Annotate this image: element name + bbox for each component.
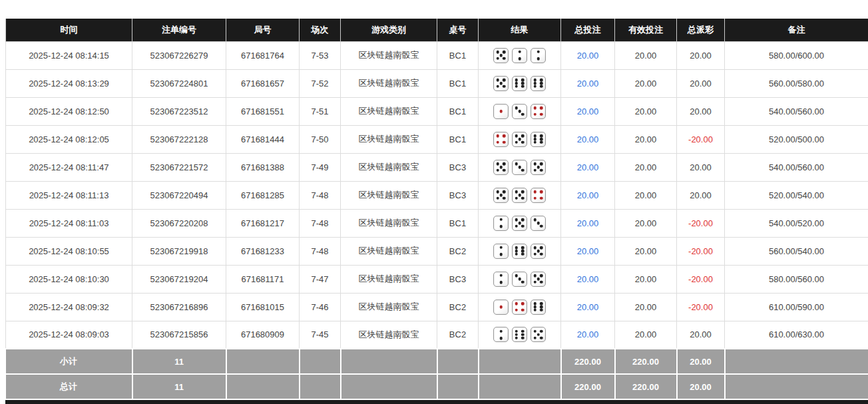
col-header-remark: 备注 [725, 19, 868, 41]
cell-valid_bet: 20.00 [615, 321, 677, 349]
cell-table_no: BC1 [437, 209, 479, 237]
cell-bet_id: 523067222128 [132, 125, 226, 153]
die-2-icon [493, 244, 509, 259]
cell-game: 区块链越南骰宝 [341, 181, 437, 209]
cell-round_id: 671681657 [226, 69, 300, 97]
dice-result-icons [479, 188, 560, 203]
cell-time: 2025-12-24 08:12:05 [6, 125, 132, 153]
cell-remark: 580.00/560.00 [725, 265, 868, 293]
die-6-icon [531, 132, 546, 147]
cell-valid_bet: 20.00 [615, 125, 677, 153]
cell-total_bet[interactable]: 20.00 [561, 265, 615, 293]
cell-payout: 20.00 [677, 181, 725, 209]
cell-game: 区块链越南骰宝 [341, 153, 437, 181]
footer-cell-remark [725, 374, 868, 399]
cell-result [479, 181, 561, 209]
col-header-table_no: 桌号 [437, 19, 479, 41]
cell-session: 7-48 [300, 209, 341, 237]
cell-table_no: BC1 [437, 41, 479, 69]
col-header-round_id: 局号 [226, 19, 300, 41]
grand-total-row: 总计11220.00220.0020.00 [6, 374, 868, 399]
cell-bet_id: 523067223512 [132, 97, 226, 125]
table-row: 2025-12-24 08:09:32523067216896671681015… [6, 293, 868, 321]
cell-time: 2025-12-24 08:11:03 [6, 209, 132, 237]
footer-cell-result [479, 374, 561, 399]
cell-game: 区块链越南骰宝 [341, 265, 437, 293]
die-6-icon [512, 327, 527, 342]
die-5-icon [531, 160, 546, 175]
cell-total_bet[interactable]: 20.00 [561, 125, 615, 153]
cell-bet_id: 523067221572 [132, 153, 226, 181]
cell-round_id: 671680909 [226, 321, 300, 349]
dice-result-icons [479, 216, 560, 231]
cell-bet_id: 523067216896 [132, 293, 226, 321]
dice-result-icons [479, 76, 560, 91]
cell-result [479, 265, 561, 293]
cell-total_bet[interactable]: 20.00 [561, 321, 615, 349]
die-5-icon [512, 216, 527, 231]
cell-payout: 20.00 [677, 321, 725, 349]
cell-payout: 20.00 [677, 41, 725, 69]
footer-cell-session [300, 374, 341, 399]
dice-result-icons [479, 272, 560, 287]
cell-total_bet[interactable]: 20.00 [561, 293, 615, 321]
footer-cell-total_bet: 220.00 [561, 349, 615, 374]
cell-session: 7-49 [300, 153, 341, 181]
cell-time: 2025-12-24 08:14:15 [6, 41, 132, 69]
die-5-icon [531, 272, 546, 287]
cell-time: 2025-12-24 08:11:13 [6, 181, 132, 209]
cell-valid_bet: 20.00 [615, 41, 677, 69]
cell-total_bet[interactable]: 20.00 [561, 181, 615, 209]
table-row: 2025-12-24 08:14:15523067226279671681764… [6, 41, 868, 69]
table-row: 2025-12-24 08:10:55523067219918671681233… [6, 237, 868, 265]
cell-payout: -20.00 [677, 265, 725, 293]
cell-total_bet[interactable]: 20.00 [561, 41, 615, 69]
betting-records-page: 时间注单编号局号场次游戏类别桌号结果总投注有效投注总派彩备注 2025-12-2… [0, 0, 868, 404]
cell-round_id: 671681285 [226, 181, 300, 209]
cell-total_bet[interactable]: 20.00 [561, 153, 615, 181]
cell-result [479, 125, 561, 153]
cell-round_id: 671681764 [226, 41, 300, 69]
cell-game: 区块链越南骰宝 [341, 69, 437, 97]
cell-game: 区块链越南骰宝 [341, 125, 437, 153]
cell-game: 区块链越南骰宝 [341, 209, 437, 237]
cell-bet_id: 523067219204 [132, 265, 226, 293]
table-row: 2025-12-24 08:10:30523067219204671681171… [6, 265, 868, 293]
cell-session: 7-48 [300, 181, 341, 209]
cell-valid_bet: 20.00 [615, 69, 677, 97]
cell-total_bet[interactable]: 20.00 [561, 209, 615, 237]
footer-cell-payout: 20.00 [677, 349, 725, 374]
cell-remark: 580.00/600.00 [725, 41, 868, 69]
footer-cell-result [479, 349, 561, 374]
cell-total_bet[interactable]: 20.00 [561, 237, 615, 265]
cell-payout: -20.00 [677, 237, 725, 265]
cell-session: 7-46 [300, 293, 341, 321]
cell-total_bet[interactable]: 20.00 [561, 97, 615, 125]
cell-total_bet[interactable]: 20.00 [561, 69, 615, 97]
die-4-icon [531, 188, 546, 203]
cell-table_no: BC1 [437, 97, 479, 125]
cell-remark: 540.00/560.00 [725, 97, 868, 125]
col-header-valid_bet: 有效投注 [615, 19, 677, 41]
cell-time: 2025-12-24 08:09:03 [6, 321, 132, 349]
die-5-icon [493, 48, 509, 63]
dice-result-icons [479, 244, 560, 259]
cell-session: 7-47 [300, 265, 341, 293]
footer-cell-bet_id: 11 [132, 374, 226, 399]
cell-table_no: BC3 [437, 153, 479, 181]
table-bottom-bar [5, 400, 868, 404]
col-header-result: 结果 [479, 19, 561, 41]
die-1-icon [493, 104, 509, 119]
cell-game: 区块链越南骰宝 [341, 321, 437, 349]
cell-session: 7-45 [300, 321, 341, 349]
cell-remark: 610.00/590.00 [725, 293, 868, 321]
cell-round_id: 671681388 [226, 153, 300, 181]
dice-result-icons [479, 160, 560, 175]
cell-time: 2025-12-24 08:10:55 [6, 237, 132, 265]
cell-result [479, 41, 561, 69]
cell-remark: 560.00/580.00 [725, 69, 868, 97]
cell-time: 2025-12-24 08:11:47 [6, 153, 132, 181]
cell-remark: 540.00/520.00 [725, 209, 868, 237]
die-5-icon [512, 132, 527, 147]
table-footer: 小计11220.00220.0020.00总计11220.00220.0020.… [6, 349, 868, 399]
